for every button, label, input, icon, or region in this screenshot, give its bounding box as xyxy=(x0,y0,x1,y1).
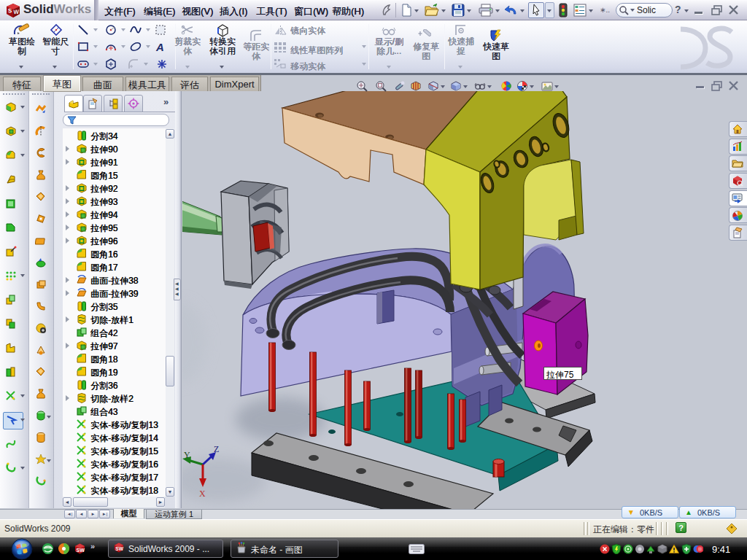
svg-text:W: W xyxy=(14,9,20,15)
svg-text:A: A xyxy=(155,41,164,52)
svg-text:SW: SW xyxy=(77,548,85,553)
svg-text:SW: SW xyxy=(115,546,123,551)
svg-text:S: S xyxy=(8,7,12,14)
